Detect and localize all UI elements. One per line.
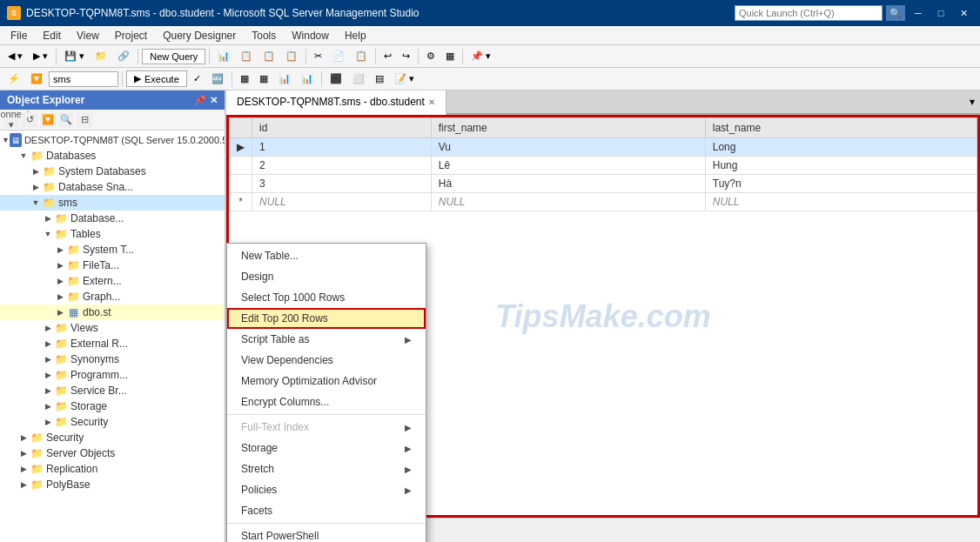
db-btn1[interactable]: 📊 — [213, 48, 234, 64]
cm-select-top[interactable]: Select Top 1000 Rows — [227, 287, 426, 308]
expand-filetables-icon[interactable]: ▶ — [54, 259, 66, 271]
oe-close-icon[interactable]: ✕ — [210, 95, 218, 106]
cm-edit-top[interactable]: Edit Top 200 Rows — [227, 308, 426, 329]
layout-btn1[interactable]: ⬛ — [326, 70, 346, 87]
cell-lname-1[interactable]: Long — [705, 138, 977, 157]
tree-item-graphtables[interactable]: ▶ 📁 Graph... — [0, 289, 225, 304]
menu-tools[interactable]: Tools — [245, 28, 283, 43]
table-row[interactable]: ▶ 1 Vu Long — [230, 138, 977, 157]
database-input[interactable] — [49, 71, 118, 87]
grid-btn1[interactable]: ▦ — [236, 70, 253, 87]
menu-help[interactable]: Help — [338, 28, 373, 43]
tree-item-systables[interactable]: ▶ 📁 System T... — [0, 242, 225, 258]
grid-btn3[interactable]: 📊 — [274, 70, 295, 87]
menu-query-designer[interactable]: Query Designer — [156, 28, 243, 43]
layout-btn2[interactable]: ⬜ — [348, 70, 369, 87]
table-row[interactable]: * NULL NULL NULL — [230, 193, 977, 211]
menu-project[interactable]: Project — [108, 28, 154, 43]
undo-btn[interactable]: ↩ — [379, 48, 396, 64]
expand-dbostu-icon[interactable]: ▶ — [54, 306, 66, 318]
tree-item-filetables[interactable]: ▶ 📁 FileTa... — [0, 258, 225, 273]
tree-item-servicebr[interactable]: ▶ 📁 Service Br... — [0, 383, 225, 398]
tab-dropdown[interactable]: ▾ — [964, 90, 980, 113]
results-btn[interactable]: ▦ — [441, 48, 459, 64]
oe-connect-btn[interactable]: Connect ▾ — [3, 112, 19, 128]
tree-item-tables[interactable]: ▼ 📁 Tables — [0, 226, 225, 242]
cm-memory-opt[interactable]: Memory Optimization Advisor — [227, 371, 426, 391]
layout-btn3[interactable]: ▤ — [371, 70, 388, 87]
cm-script-table[interactable]: Script Table as ▶ — [227, 329, 426, 350]
copy-btn[interactable]: 📄 — [328, 48, 349, 64]
main-tab-close[interactable]: ✕ — [428, 97, 435, 107]
extra-btn[interactable]: 📌 ▾ — [467, 48, 495, 64]
expand-replication-icon[interactable]: ▶ — [17, 463, 30, 475]
expand-programmab-icon[interactable]: ▶ — [42, 369, 54, 381]
expand-security-root-icon[interactable]: ▶ — [17, 432, 30, 444]
expand-server-icon[interactable]: ▼ — [2, 134, 10, 146]
table-row[interactable]: 2 Lê Hung — [230, 157, 977, 175]
grid-btn2[interactable]: ▦ — [255, 70, 272, 87]
save-btn[interactable]: 💾 ▾ — [60, 48, 89, 64]
minimize-button[interactable]: ─ — [909, 5, 928, 21]
maximize-button[interactable]: □ — [931, 5, 950, 21]
cm-stretch[interactable]: Stretch ▶ — [227, 458, 426, 479]
tree-item-sms[interactable]: ▼ 📁 sms — [0, 195, 225, 211]
tree-item-synonyms[interactable]: ▶ 📁 Synonyms — [0, 351, 225, 367]
tree-item-security-root[interactable]: ▶ 📁 Security — [0, 430, 225, 445]
connect-btn[interactable]: 🔗 — [113, 48, 134, 64]
tree-item-exttables[interactable]: ▶ 📁 Extern... — [0, 273, 225, 289]
open-btn[interactable]: 📁 — [91, 48, 111, 64]
menu-file[interactable]: File — [3, 28, 34, 43]
expand-storage-icon[interactable]: ▶ — [42, 400, 54, 412]
oe-search-icon[interactable]: 🔍 — [58, 112, 74, 128]
cm-design[interactable]: Design — [227, 266, 426, 287]
expand-servicebr-icon[interactable]: ▶ — [42, 385, 54, 397]
table-row[interactable]: 3 Hà Tuy?n — [230, 175, 977, 193]
paste-btn[interactable]: 📋 — [351, 48, 372, 64]
cell-fname-new[interactable]: NULL — [431, 193, 705, 211]
menu-window[interactable]: Window — [285, 28, 336, 43]
oe-filter-icon[interactable]: 🔽 — [40, 112, 56, 128]
new-query-btn[interactable]: New Query — [142, 49, 205, 64]
expand-systables-icon[interactable]: ▶ — [54, 244, 66, 256]
col-first-name[interactable]: first_name — [431, 118, 705, 138]
tree-item-sysdb[interactable]: ▶ 📁 System Databases — [0, 164, 225, 179]
cell-fname-1[interactable]: Vu — [431, 138, 705, 157]
check-btn[interactable]: ✓ — [189, 70, 205, 87]
expand-security-sms-icon[interactable]: ▶ — [42, 416, 54, 428]
close-button[interactable]: ✕ — [954, 5, 973, 21]
cell-id-3[interactable]: 3 — [252, 175, 432, 193]
expand-externalr-icon[interactable]: ▶ — [42, 338, 54, 350]
tree-item-storage-sms[interactable]: ▶ 📁 Storage — [0, 398, 225, 414]
oe-pin-icon[interactable]: 📌 — [194, 95, 206, 106]
tree-item-security-sms[interactable]: ▶ 📁 Security — [0, 414, 225, 430]
cm-encrypt-cols[interactable]: Encrypt Columns... — [227, 391, 426, 412]
main-tab[interactable]: DESKTOP-TQPNM8T.sms - dbo.student ✕ — [226, 90, 446, 115]
oe-refresh-icon[interactable]: ↺ — [22, 112, 37, 128]
tree-item-programmab[interactable]: ▶ 📁 Programm... — [0, 367, 225, 383]
cell-id-2[interactable]: 2 — [252, 157, 432, 175]
filter-btn2[interactable]: 🔽 — [26, 70, 47, 87]
cell-id-new[interactable]: NULL — [252, 193, 432, 211]
quick-launch-input[interactable] — [735, 5, 883, 21]
redo-btn[interactable]: ↪ — [398, 48, 414, 64]
cell-lname-2[interactable]: Hung — [705, 157, 977, 175]
cm-facets[interactable]: Facets — [227, 500, 426, 521]
cm-storage[interactable]: Storage ▶ — [227, 438, 426, 458]
db-btn2[interactable]: 📋 — [236, 48, 257, 64]
expand-graphtables-icon[interactable]: ▶ — [54, 291, 66, 303]
oe-collapse-icon[interactable]: ⊟ — [77, 112, 92, 128]
parse-btn[interactable]: 🔤 — [207, 70, 228, 87]
tree-item-replication[interactable]: ▶ 📁 Replication — [0, 461, 225, 477]
menu-view[interactable]: View — [70, 28, 106, 43]
cell-lname-3[interactable]: Tuy?n — [705, 175, 977, 193]
cell-id-1[interactable]: 1 — [252, 138, 432, 157]
expand-dbsnap-icon[interactable]: ▶ — [30, 181, 42, 193]
expand-dbdiagrams-icon[interactable]: ▶ — [42, 212, 54, 224]
cm-view-deps[interactable]: View Dependencies — [227, 350, 426, 371]
tree-item-externalr[interactable]: ▶ 📁 External R... — [0, 336, 225, 351]
forward-btn[interactable]: ▶ ▾ — [29, 48, 52, 64]
cell-fname-2[interactable]: Lê — [431, 157, 705, 175]
cell-fname-3[interactable]: Hà — [431, 175, 705, 193]
cell-lname-new[interactable]: NULL — [705, 193, 977, 211]
